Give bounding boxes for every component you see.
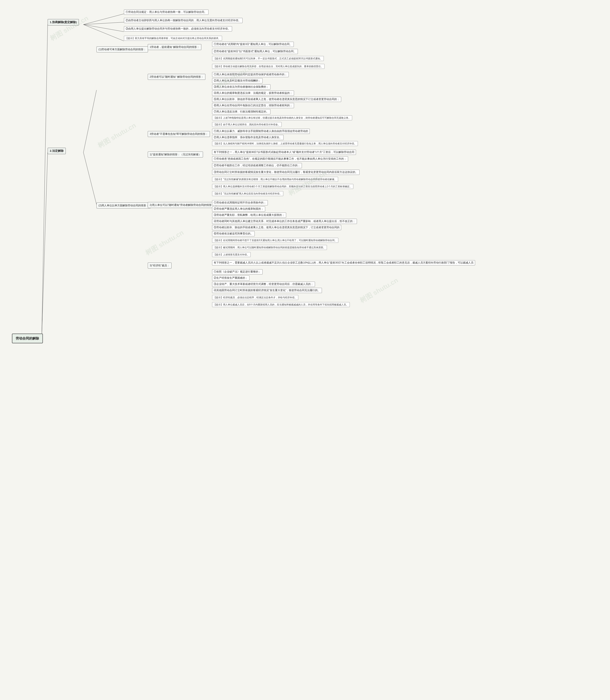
emp-any-3: ③劳动者严重失职，营私舞弊，给用人单位造成重大损害的； bbox=[212, 213, 286, 218]
emp-adv-tip-3: 【提示】"无过失性解雇"用人单位应应当向劳动者支付经济补偿。 bbox=[212, 191, 283, 196]
svg-line-6 bbox=[83, 90, 97, 152]
anytime-tip-2: 【提示】由于用人单位过错所在，因此应向劳动者支付补偿金。 bbox=[212, 122, 282, 127]
anytime-5: ⑤用人单位以欺诈、胁迫的手段或者乘人之危，使劳动者在违背真实意思的情况下订立或者… bbox=[212, 97, 341, 102]
emp-any-5: ⑤劳动者以欺诈、胁迫的手段或者乘人之危，使用人单位在违背真实意思的情况下，订立或… bbox=[212, 225, 341, 230]
anytime-7: ⑦用人单位违反法律、行政法规强制性规定的。 bbox=[212, 109, 270, 114]
svg-line-5 bbox=[83, 25, 124, 41]
anytime-2: ②用人单位未及时足额支付劳动报酬的； bbox=[212, 78, 262, 83]
adv-notice-tip-1: 【提示】试用期提前通知期3天可以到来，不一定以书面形式，正式员工必须提前30天以… bbox=[212, 56, 324, 61]
l2-anytime-notice: 2劳动者可以"随时通知" 解除劳动合同的情形： bbox=[148, 74, 205, 80]
no-notice-2: ②用人单位违章指挥、强令冒险作业危及劳动者人身安全。 bbox=[212, 135, 284, 140]
anytime-6: ⑥用人单位在劳动合同中免除自己的法定责任，排除劳动者权利的； bbox=[212, 103, 294, 108]
emp-any-4: ④劳动者同时与其他用人单位建立劳动关系，对完成本单位的工作任务造成严重影响，或者… bbox=[212, 219, 357, 224]
cooperative-item-1: ①劳动合同法规定：用人单位与劳动者协商一致，可以解除劳动合同。 bbox=[124, 10, 208, 15]
anytime-4: ④用人单位的规章制度违反法律、法规的规定，损害劳动者权益的； bbox=[212, 91, 294, 96]
emp-adv-tip-2: 【提示】用人单位选择额外支付劳动者1个月工资提前解除劳动合同的，其额外支付的工资… bbox=[212, 184, 353, 189]
eco-layoff-4: ④其他因劳动合同订立时所依据的客观经济情况"发生重大变化"，致使劳动合同无法履行… bbox=[212, 288, 322, 293]
cooperative-item-2: ②由劳动者主动辞职而与用人单位协商一致解除劳动合同的，用人单位无需向劳动者支付经… bbox=[124, 18, 243, 23]
adv-notice-2: ②劳动者在"提前30日"以"书面形式"通知用人单位，可以解除劳动合同。 bbox=[212, 49, 298, 54]
eco-layoff-2: ②生产经营发生严重困难的； bbox=[212, 275, 250, 281]
emp-any-tip-1: 【提示】在试用期间劳动者不想干了后提前3天通知用人单位,用人单位不给用了，可以随… bbox=[212, 238, 338, 243]
svg-line-7 bbox=[83, 152, 97, 205]
emp-adv-4: ③劳动合同订立时所依据的客观情况发生重大变化，致使劳动合同无法履行，客观变化变更… bbox=[212, 169, 359, 175]
l2-worker-dissolve: (1)劳动者可单方面解除劳动合同的情形： bbox=[97, 47, 148, 52]
l2-employer-advance: 1)"提前通知"解除的情形：（无过失性解雇） bbox=[148, 151, 203, 158]
no-notice-1: ①用人单位以暴力、威胁等非法手段限制劳动者人身自由的手段强迫劳动者劳动的 bbox=[212, 129, 310, 134]
emp-adv-tip-1: 【提示】"无过失性解雇"的原因没有过错情，用人单位不能以不合理的理由与劳动者解除… bbox=[212, 177, 338, 182]
adv-notice-tip-2: 【提示】劳动者主动提出解除合同无补偿，自理必须合法，另对用人单位造成损失的，要承… bbox=[212, 64, 324, 69]
eco-layoff-tip-2: 【提示】用人单位裁减人员后，在6个月内重新招用人员的，应当通知和被裁减减的人员，… bbox=[212, 302, 350, 307]
no-notice-tip: 【提示】当人身权利与财产权利冲突时，法律优先保护人身权，上述受劳动者无需遵循行告… bbox=[212, 141, 358, 146]
cooperative-item-3: ③由用人单位提出解除劳动合同并与劳动者协商一致的，必须依法向劳动者支付经济补偿。 bbox=[124, 26, 232, 31]
l2-economic-layoff: 3)"经济性"裁员： bbox=[148, 263, 172, 268]
l2-advance-notice: 1劳动者，提前通知' 解除劳动合同的情形： bbox=[148, 44, 202, 50]
eco-layoff-3: ③企业转产、重大技术革新或者经营方式调整，经变更劳动合同后，仍需裁减人员的； bbox=[212, 282, 315, 287]
anytime-3: ③用人单位未依法为劳动者缴纳社会保险费的； bbox=[212, 84, 270, 89]
anytime-tip-1: 【提示】上述7种危险特征是用人单位有过错，但通过提示未危及到劳动者的人身安全，则… bbox=[212, 115, 352, 120]
emp-adv-1: 有下列情形之一，用人单位"提前30日"以书面形式试验起劳动者本人"或"额外支付劳… bbox=[212, 150, 356, 155]
eco-layoff-1: ①依照《企业破产法》规定进行重整的； bbox=[212, 269, 262, 275]
anytime-1: ①用人单位未按照劳动合同约定提供劳动保护或者劳动条件的； bbox=[212, 72, 289, 77]
l1-cooperative-dissolve: 1.协商解除(意定解除) bbox=[48, 19, 79, 26]
emp-any-tip-2: 【提示】被试用期间，用人单位可以随时通知劳动者解除劳动合同的前提是能告知劳动者不… bbox=[212, 245, 327, 250]
emp-adv-2: ①劳动者患"患病或者因工负伤"，在规定的医疗期满后不能从事事工作，也不能从事由用… bbox=[212, 156, 348, 162]
root-node: 劳动合同的解除 bbox=[12, 333, 43, 343]
cooperative-tip-1: 【提示】双方具有平等的解除合同请求权，可由主动向对方提出终止劳动合同关系的请求。 bbox=[124, 36, 222, 41]
svg-line-4 bbox=[83, 25, 124, 32]
svg-line-3 bbox=[83, 22, 124, 25]
svg-line-1 bbox=[42, 152, 48, 338]
adv-notice-1: ①劳动者在"试用期"内"提前3日"通知用人单位，可以解除劳动合同。 bbox=[212, 42, 294, 47]
svg-line-2 bbox=[83, 14, 124, 25]
emp-any-1: ①劳动者在试用期间证明不符合录用条件的； bbox=[212, 200, 268, 206]
watermark: 树图 shutu.cn 树图 shutu.cn 树图 shutu.cn 树图 s… bbox=[0, 0, 610, 700]
l2-employer-dissolve: (2)用人单位以单方面解除劳动合同的情形： bbox=[97, 202, 150, 209]
emp-any-tip-3: 【提示】上述情形无需支付补偿。 bbox=[212, 252, 251, 257]
l2-employer-anytime: 2)用人单位可以"随时通知"劳动者解除劳动合同的情形： bbox=[148, 202, 216, 208]
emp-any-6: ⑥劳动者依法被追究刑事责任的。 bbox=[212, 231, 255, 237]
svg-line-0 bbox=[42, 25, 48, 338]
connector-lines bbox=[5, 5, 605, 696]
eco-layoff-intro: 有下列情形之一，需要裁减人员20人以上或者裁减不足20人但占企业职工总数10%以… bbox=[212, 260, 475, 265]
l1-statutory-dissolve: 2.法定解除 bbox=[48, 148, 66, 154]
emp-any-2: ②劳动者严重违反用人单位的规章制度的； bbox=[212, 206, 265, 212]
mindmap-container: 劳动合同的解除 1.协商解除(意定解除) ①劳动合同法规定：用人单位与劳动者协商… bbox=[5, 5, 605, 696]
l2-no-notice: 3劳动者"不需事先告知"即可解除劳动合同的情形： bbox=[148, 131, 210, 137]
eco-layoff-tip-1: 【提示】经济性裁员，必须合法定程序，经满足法定条件才，并给与经济补偿。 bbox=[212, 295, 298, 300]
emp-adv-3: ②劳动者不能胜任工作，经过培训或者调整工作岗位，仍不能胜任工作的； bbox=[212, 163, 302, 168]
